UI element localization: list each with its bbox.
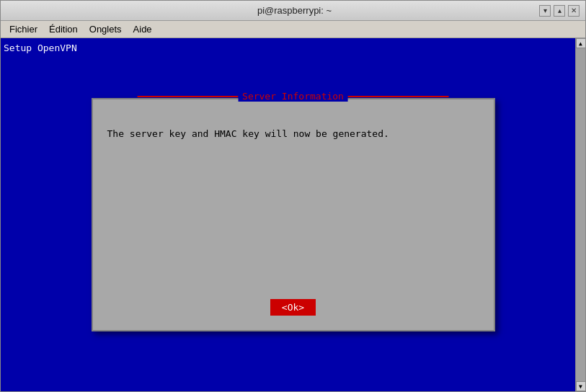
menu-bar: Fichier Édition Onglets Aide bbox=[1, 21, 585, 38]
dialog-overlay: Server Information The server key and HM… bbox=[1, 38, 585, 391]
close-button[interactable]: ✕ bbox=[568, 5, 580, 17]
window-title: pi@raspberrypi: ~ bbox=[50, 5, 539, 16]
terminal-area: Setup OpenVPN ▲ ▼ Server Information The… bbox=[1, 38, 585, 391]
menu-fichier[interactable]: Fichier bbox=[4, 22, 43, 36]
menu-onglets[interactable]: Onglets bbox=[84, 22, 128, 36]
terminal-window: pi@raspberrypi: ~ ▾ ▴ ✕ Fichier Édition … bbox=[0, 0, 586, 392]
dialog-title-text: Server Information bbox=[238, 91, 348, 102]
minimize-button[interactable]: ▾ bbox=[539, 5, 551, 17]
dialog-message: The server key and HMAC key will now be … bbox=[107, 128, 389, 139]
window-controls: ▾ ▴ ✕ bbox=[539, 5, 580, 17]
dialog-title-line-left bbox=[137, 96, 238, 97]
ok-button[interactable]: <Ok> bbox=[270, 299, 316, 316]
server-information-dialog: Server Information The server key and HM… bbox=[92, 98, 495, 331]
maximize-button[interactable]: ▴ bbox=[554, 5, 565, 17]
dialog-content: The server key and HMAC key will now be … bbox=[93, 99, 494, 330]
dialog-title-line-right bbox=[348, 96, 449, 97]
menu-aide[interactable]: Aide bbox=[128, 22, 158, 36]
title-bar: pi@raspberrypi: ~ ▾ ▴ ✕ bbox=[1, 1, 585, 21]
dialog-buttons: <Ok> bbox=[270, 299, 316, 316]
menu-edition[interactable]: Édition bbox=[43, 22, 84, 36]
dialog-title-bar: Server Information bbox=[137, 91, 449, 102]
